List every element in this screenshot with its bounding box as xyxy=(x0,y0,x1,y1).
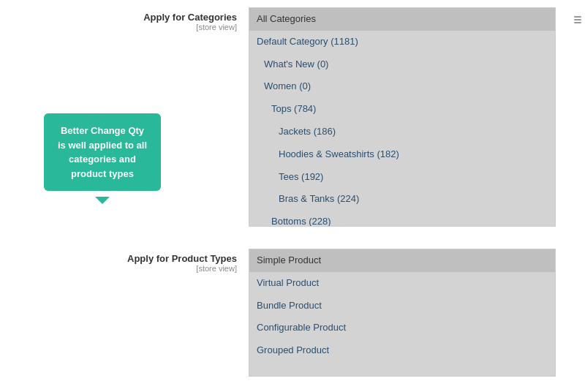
category-list-item[interactable]: Tees (192) xyxy=(249,166,555,189)
category-list-item[interactable]: Bottoms (228) xyxy=(249,211,555,227)
categories-sublabel: [store view] xyxy=(0,23,237,31)
resize-bar-3 xyxy=(574,22,581,23)
product-types-section: Apply for Product Types [store view] Sim… xyxy=(0,249,585,377)
page-wrapper: Apply for Categories [store view] All Ca… xyxy=(0,0,585,392)
product-type-list-item[interactable]: Configurable Product xyxy=(249,317,555,339)
product-types-list-box[interactable]: Simple ProductVirtual ProductBundle Prod… xyxy=(249,249,556,377)
product-type-list-item[interactable]: Grouped Product xyxy=(249,339,555,362)
categories-label-wrapper: Apply for Categories [store view] xyxy=(0,7,249,31)
category-list-item[interactable]: Tops (784) xyxy=(249,98,555,121)
category-list-item[interactable]: Default Category (1181) xyxy=(249,31,555,53)
resize-handle xyxy=(570,13,585,23)
product-types-label: Apply for Product Types xyxy=(0,253,237,264)
category-list-item[interactable]: Women (0) xyxy=(249,75,555,98)
tooltip-text: Better Change Qty is well applied to all… xyxy=(58,125,147,179)
category-list-item[interactable]: Bras & Tanks (224) xyxy=(249,188,555,211)
categories-list-box[interactable]: All CategoriesDefault Category (1181)Wha… xyxy=(249,7,556,227)
category-list-item[interactable]: Hoodies & Sweatshirts (182) xyxy=(249,143,555,166)
category-list-item[interactable]: All Categories xyxy=(249,8,555,31)
categories-label: Apply for Categories xyxy=(0,12,237,23)
category-list-item[interactable]: What's New (0) xyxy=(249,53,555,76)
product-type-list-item[interactable]: Simple Product xyxy=(249,249,555,272)
product-types-label-wrapper: Apply for Product Types [store view] xyxy=(0,249,249,273)
category-list-item[interactable]: Jackets (186) xyxy=(249,121,555,143)
resize-bar-1 xyxy=(574,16,581,18)
product-type-list-item[interactable]: Bundle Product xyxy=(249,295,555,317)
tooltip-bubble: Better Change Qty is well applied to all… xyxy=(44,113,161,191)
product-types-sublabel: [store view] xyxy=(0,264,237,273)
product-type-list-item[interactable]: Virtual Product xyxy=(249,272,555,295)
resize-bar-2 xyxy=(574,19,581,20)
